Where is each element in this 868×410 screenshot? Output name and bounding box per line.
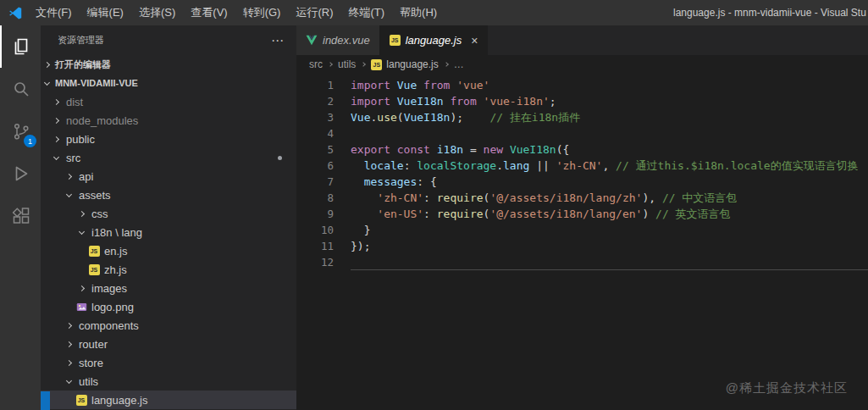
tree-item-router[interactable]: router (41, 335, 296, 353)
chevron-down-icon (78, 228, 84, 234)
line-number: 8 (296, 190, 334, 206)
breadcrumb-file-label: language.js (386, 58, 438, 70)
chevron-down-icon (65, 191, 71, 197)
close-icon[interactable]: × (471, 35, 478, 47)
tree-item-src[interactable]: src (41, 148, 296, 167)
chevron-right-icon (362, 62, 367, 67)
chevron-right-icon (78, 210, 84, 216)
code-line-3[interactable]: 3Vue.use(VueI18n); // 挂在i18n插件 (296, 109, 868, 125)
tree-item-slot (62, 380, 75, 383)
tree-item-slot (62, 194, 75, 197)
tree-item-slot (49, 119, 63, 123)
tree-item-assets[interactable]: assets (41, 186, 296, 204)
chevron-right-icon (65, 341, 71, 346)
tab-label: index.vue (323, 34, 370, 47)
code-line-content (351, 254, 868, 270)
tree-item-components[interactable]: components (41, 316, 296, 335)
activity-explorer-icon[interactable] (0, 25, 41, 68)
breadcrumb-item-utils[interactable]: utils (338, 58, 356, 70)
code-line-10[interactable]: 10 } (296, 222, 868, 238)
tree-item-slot (62, 324, 75, 328)
tree-item-slot (49, 137, 63, 141)
tree-item-slot: JS (87, 264, 101, 275)
open-editors-label: 打开的编辑器 (55, 58, 111, 71)
menu-bar: 文件(F)编辑(E)选择(S)查看(V)转到(G)运行(R)终端(T)帮助(H) (28, 0, 445, 25)
tree-item-slot (75, 212, 88, 216)
chevron-down-icon (65, 377, 71, 383)
activity-search-icon[interactable] (0, 68, 41, 110)
line-number: 4 (296, 125, 334, 141)
tree-item-public[interactable]: public (41, 130, 296, 148)
tree-item-i18n-lang[interactable]: i18n \ lang (41, 223, 296, 241)
tree-item-zh-js[interactable]: JSzh.js (41, 260, 296, 279)
chevron-right-icon (444, 62, 449, 67)
code-editor[interactable]: 1import Vue from 'vue'2import VueI18n fr… (296, 74, 868, 410)
menu-view[interactable]: 查看(V) (183, 0, 235, 25)
code-line-2[interactable]: 2import VueI18n from 'vue-i18n'; (296, 93, 868, 109)
project-root-label: MNM-VIDAMII-VUE (55, 78, 138, 88)
tree-item-en-js[interactable]: JSen.js (41, 241, 296, 260)
line-number: 5 (296, 141, 334, 158)
menu-run[interactable]: 运行(R) (288, 0, 340, 25)
tree-item-dist[interactable]: dist (41, 92, 296, 111)
code-line-8[interactable]: 8 'zh-CN': require('@/assets/i18n/lang/z… (296, 190, 868, 206)
activity-extensions-icon[interactable] (0, 195, 41, 237)
chevron-right-icon (65, 359, 71, 365)
tree-item-node-modules[interactable]: node_modules (41, 111, 296, 130)
tree-item-slot (62, 361, 75, 365)
menu-help[interactable]: 帮助(H) (392, 0, 445, 25)
menu-terminal[interactable]: 终端(T) (340, 0, 392, 25)
tree-item-label: api (79, 170, 93, 183)
code-line-9[interactable]: 9 'en-US': require('@/assets/i18n/lang/e… (296, 206, 868, 222)
breadcrumb-item-src[interactable]: src (309, 58, 323, 70)
chevron-right-icon (44, 61, 50, 67)
tab-index-vue[interactable]: index.vue (296, 25, 380, 55)
editor-area: index.vueJSlanguage.js× srcutilsJSlangua… (296, 25, 868, 410)
tree-item-images[interactable]: images (41, 279, 296, 297)
code-line-11[interactable]: 11}); (296, 238, 868, 254)
tree-item-utils[interactable]: utils (41, 372, 296, 391)
menu-file[interactable]: 文件(F) (28, 0, 80, 25)
code-line-7[interactable]: 7 messages: { (296, 174, 868, 190)
activity-source-control-icon[interactable]: 1 (0, 110, 41, 152)
tree-item-api[interactable]: api (41, 167, 296, 186)
vscode-logo-icon (8, 6, 23, 20)
tree-item-slot (62, 342, 75, 346)
title-bar: 文件(F)编辑(E)选择(S)查看(V)转到(G)运行(R)终端(T)帮助(H)… (0, 0, 868, 25)
line-number: 10 (296, 222, 334, 238)
code-line-12[interactable]: 12 (296, 254, 868, 270)
code-line-4[interactable]: 4 (296, 125, 868, 141)
menu-edit[interactable]: 编辑(E) (80, 0, 131, 25)
chevron-right-icon (65, 322, 71, 328)
code-line-6[interactable]: 6 locale: localStorage.lang || 'zh-CN', … (296, 158, 868, 174)
js-file-icon: JS (390, 35, 401, 46)
menu-selection[interactable]: 选择(S) (131, 0, 183, 25)
window-title: language.js - mnm-vidamii-vue - Visual S… (673, 0, 866, 25)
line-number: 9 (296, 206, 334, 222)
tab-label: language.js (406, 34, 462, 47)
line-number: 2 (296, 93, 334, 109)
breadcrumb-item-language-js[interactable]: JSlanguage.js (371, 58, 438, 70)
tree-item-css[interactable]: css (41, 204, 296, 223)
tree-item-label: store (79, 357, 103, 369)
more-actions-icon[interactable]: ⋯ (271, 33, 285, 48)
js-file-icon: JS (89, 246, 100, 257)
activity-bar: 1 (0, 25, 41, 410)
code-line-content: Vue.use(VueI18n); // 挂在i18n插件 (351, 109, 868, 125)
code-line-content: export const i18n = new VueI18n({ (351, 141, 868, 158)
line-number: 11 (296, 238, 334, 254)
open-editors-section[interactable]: 打开的编辑器 (41, 55, 296, 74)
code-line-5[interactable]: 5export const i18n = new VueI18n({ (296, 141, 868, 158)
tab-language-js[interactable]: JSlanguage.js× (380, 25, 489, 55)
menu-go[interactable]: 转到(G) (235, 0, 289, 25)
breadcrumb-symbol-placeholder[interactable]: … (454, 58, 464, 70)
project-root-section[interactable]: MNM-VIDAMII-VUE (41, 74, 296, 92)
tree-item-slot: JS (75, 395, 88, 406)
code-line-1[interactable]: 1import Vue from 'vue' (296, 77, 868, 93)
tree-item-store[interactable]: store (41, 353, 296, 372)
tree-item-label: node_modules (66, 114, 138, 127)
tree-item-logo-png[interactable]: logo.png (41, 297, 296, 316)
tree-item-language-js[interactable]: JSlanguage.js (41, 391, 296, 409)
explorer-title: 资源管理器 (58, 34, 104, 47)
activity-run-debug-icon[interactable] (0, 152, 41, 195)
